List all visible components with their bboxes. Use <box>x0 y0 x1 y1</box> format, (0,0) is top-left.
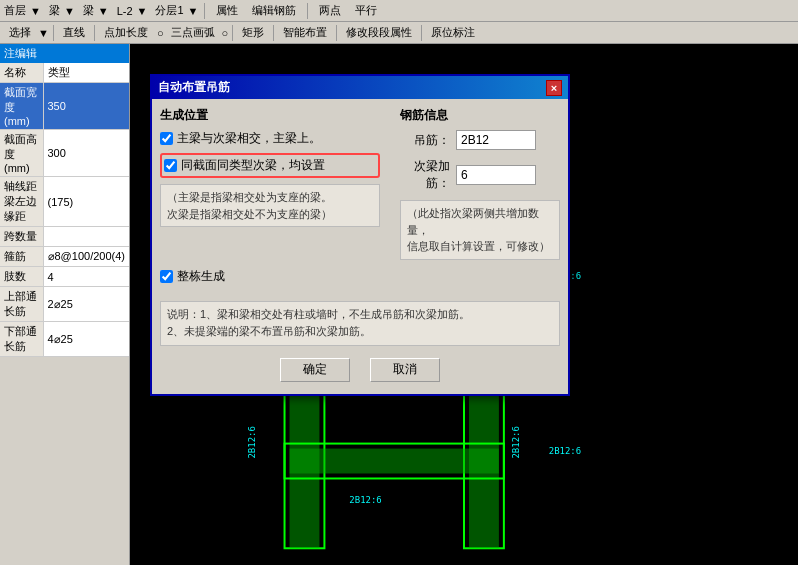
prop-stirrup-value: ⌀8@100/200(4) <box>43 247 129 267</box>
prop-height-label: 截面高度(mm) <box>0 130 43 177</box>
cb-main-secondary[interactable] <box>160 132 173 145</box>
prop-axis-value: (175) <box>43 177 129 227</box>
point-length-btn[interactable]: 点加长度 <box>99 23 153 42</box>
prop-bottom-rebar-value: 4⌀25 <box>43 322 129 357</box>
dialog-body: 生成位置 主梁与次梁相交，主梁上。 同截面同类型次梁，均设置 （主梁是指梁相交处… <box>152 99 568 301</box>
prop-height-value: 300 <box>43 130 129 177</box>
main-area: 注编辑 名称 类型 截面宽度(mm) 350 截面高度(mm) 300 轴线距梁… <box>0 44 798 565</box>
auto-layout-dialog: 自动布置吊筋 × 生成位置 主梁与次梁相交，主梁上。 同截面同类型次梁，均设 <box>150 74 570 396</box>
floor-label: 首层 <box>4 3 26 18</box>
left-panel: 注编辑 名称 类型 截面宽度(mm) 350 截面高度(mm) 300 轴线距梁… <box>0 44 130 565</box>
footer-note-2: 2、未提梁端的梁不布置吊筋和次梁加筋。 <box>167 323 553 341</box>
modify-segment-btn[interactable]: 修改段段属性 <box>341 23 417 42</box>
dialog-main-row: 生成位置 主梁与次梁相交，主梁上。 同截面同类型次梁，均设置 （主梁是指梁相交处… <box>160 107 560 260</box>
prop-bottom-rebar-label: 下部通长筋 <box>0 322 43 357</box>
dialog-footer: 说明：1、梁和梁相交处有柱或墙时，不生成吊筋和次梁加筋。 2、未提梁端的梁不布置… <box>152 301 568 394</box>
hanger-row: 吊筋： 2B12 <box>400 130 560 150</box>
section-label: 分层1 <box>155 3 183 18</box>
three-point-btn[interactable]: 三点画弧 <box>166 23 220 42</box>
position-section-title: 生成位置 <box>160 107 380 124</box>
line-btn[interactable]: 直线 <box>58 23 90 42</box>
cb-batch-generate[interactable] <box>160 270 173 283</box>
cb-same-type-label: 同截面同类型次梁，均设置 <box>181 157 325 174</box>
cad-area: 3000 2B12:6 2:6 2B12:6 <box>130 44 798 565</box>
dialog-button-row: 确定 取消 <box>160 354 560 386</box>
right-dim-2: 2B12:6 <box>549 446 581 456</box>
prop-span-label: 跨数量 <box>0 227 43 247</box>
secondary-add-input[interactable]: 6 <box>456 165 536 185</box>
dialog-title: 自动布置吊筋 <box>158 79 230 96</box>
steel-label-6: 2B12:6 <box>511 426 521 458</box>
dialog-titlebar: 自动布置吊筋 × <box>152 76 568 99</box>
property-table: 名称 类型 截面宽度(mm) 350 截面高度(mm) 300 轴线距梁左边缘距… <box>0 63 129 357</box>
table-row: 截面高度(mm) 300 <box>0 130 129 177</box>
toolbar2: 选择 ▼ 直线 点加长度 ○ 三点画弧 ○ 矩形 智能布置 修改段段属性 原位标… <box>0 22 798 44</box>
table-row-header: 名称 类型 <box>0 63 129 83</box>
table-row: 跨数量 <box>0 227 129 247</box>
table-row: 箍筋 ⌀8@100/200(4) <box>0 247 129 267</box>
batch-generate-row: 整栋生成 <box>160 268 560 285</box>
steel-label-3: 2B12:6 <box>247 426 257 458</box>
cb-main-secondary-row: 主梁与次梁相交，主梁上。 <box>160 130 380 147</box>
prop-span-value <box>43 227 129 247</box>
footer-note-1: 说明：1、梁和梁相交处有柱或墙时，不生成吊筋和次梁加筋。 <box>167 306 553 324</box>
radio2: ○ <box>222 27 229 39</box>
prop-axis-label: 轴线距梁左边缘距 <box>0 177 43 227</box>
cb-main-secondary-label: 主梁与次梁相交，主梁上。 <box>177 130 321 147</box>
prop-stirrup-label: 箍筋 <box>0 247 43 267</box>
secondary-add-note: （此处指次梁两侧共增加数量，信息取自计算设置，可修改） <box>400 200 560 260</box>
cancel-button[interactable]: 取消 <box>370 358 440 382</box>
select-btn[interactable]: 选择 <box>4 23 36 42</box>
left-panel-header: 注编辑 <box>0 44 129 63</box>
svg-rect-13 <box>290 449 499 474</box>
hanger-label: 吊筋： <box>400 132 450 149</box>
dialog-position-section: 生成位置 主梁与次梁相交，主梁上。 同截面同类型次梁，均设置 （主梁是指梁相交处… <box>160 107 380 260</box>
prop-limbs-value: 4 <box>43 267 129 287</box>
rect-btn[interactable]: 矩形 <box>237 23 269 42</box>
steel-section-title: 钢筋信息 <box>400 107 560 124</box>
confirm-button[interactable]: 确定 <box>280 358 350 382</box>
prop-limbs-label: 肢数 <box>0 267 43 287</box>
radio1: ○ <box>157 27 164 39</box>
beam-label2: 梁 <box>83 3 94 18</box>
col-type-header: 类型 <box>43 63 129 83</box>
table-row: 截面宽度(mm) 350 <box>0 83 129 130</box>
edit-rebar-btn[interactable]: 编辑钢筋 <box>247 1 301 20</box>
secondary-add-row: 次梁加筋： 6 <box>400 158 560 192</box>
note-text-content: （主梁是指梁相交处为支座的梁。次梁是指梁相交处不为支座的梁） <box>167 191 332 220</box>
prop-top-rebar-value: 2⌀25 <box>43 287 129 322</box>
smart-layout-btn[interactable]: 智能布置 <box>278 23 332 42</box>
origin-label-btn[interactable]: 原位标注 <box>426 23 480 42</box>
toolbar-floor[interactable]: 首层 ▼ 梁 ▼ 梁 ▼ L-2 ▼ 分层1 ▼ 属性 编辑钢筋 两点 平行 <box>0 0 798 22</box>
table-row: 肢数 4 <box>0 267 129 287</box>
parallel-btn[interactable]: 平行 <box>350 1 382 20</box>
arrow-icon: ▼ <box>38 27 49 39</box>
cb-batch-label: 整栋生成 <box>177 268 225 285</box>
cb-same-type-row: 同截面同类型次梁，均设置 <box>160 153 380 178</box>
dialog-close-button[interactable]: × <box>546 80 562 96</box>
prop-width-label: 截面宽度(mm) <box>0 83 43 130</box>
table-row: 下部通长筋 4⌀25 <box>0 322 129 357</box>
footer-notes: 说明：1、梁和梁相交处有柱或墙时，不生成吊筋和次梁加筋。 2、未提梁端的梁不布置… <box>160 301 560 346</box>
table-row: 上部通长筋 2⌀25 <box>0 287 129 322</box>
note-main-secondary: （主梁是指梁相交处为支座的梁。次梁是指梁相交处不为支座的梁） <box>160 184 380 227</box>
bottom-beam-label: 2B12:6 <box>349 495 381 505</box>
cb-same-type[interactable] <box>164 159 177 172</box>
prop-width-value: 350 <box>43 83 129 130</box>
two-point-btn[interactable]: 两点 <box>314 1 346 20</box>
hanger-input[interactable]: 2B12 <box>456 130 536 150</box>
secondary-add-label: 次梁加筋： <box>400 158 450 192</box>
property-btn[interactable]: 属性 <box>211 1 243 20</box>
layer-label: L-2 <box>117 5 133 17</box>
beam-label1: 梁 <box>49 3 60 18</box>
table-row: 轴线距梁左边缘距 (175) <box>0 177 129 227</box>
dialog-steel-section: 钢筋信息 吊筋： 2B12 次梁加筋： 6 （此处指次梁两侧共增加数量，信息取自… <box>400 107 560 260</box>
prop-top-rebar-label: 上部通长筋 <box>0 287 43 322</box>
col-name-header: 名称 <box>0 63 43 83</box>
